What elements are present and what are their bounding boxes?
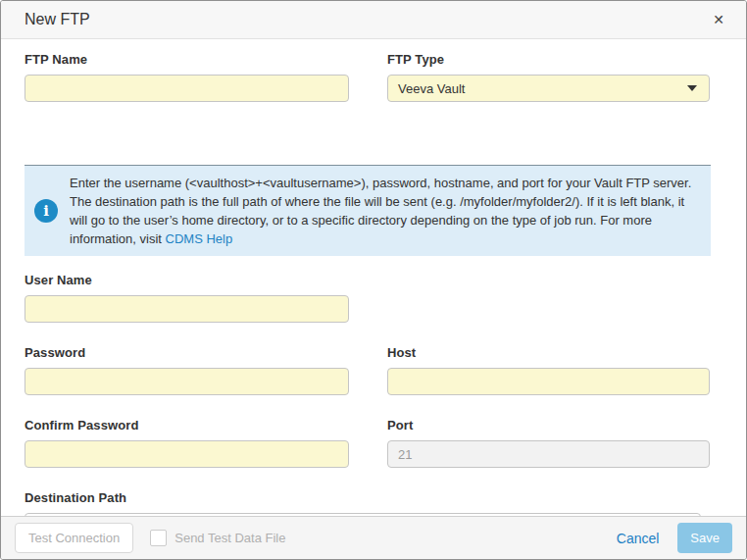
dialog-footer: Test Connection Send Test Data File Canc… [1,516,746,559]
ftp-type-label: FTP Type [387,52,710,67]
dialog-header: New FTP ✕ [1,1,746,39]
destination-path-label: Destination Path [25,490,701,505]
user-name-label: User Name [25,273,349,287]
confirm-password-group: Confirm Password [25,418,349,468]
host-label: Host [387,345,710,360]
port-group: Port [387,418,710,468]
info-icon: i [34,199,58,223]
password-label: Password [25,345,349,360]
cancel-button[interactable]: Cancel [617,531,660,546]
send-test-data-file-option: Send Test Data File [150,530,285,546]
confirm-password-label: Confirm Password [25,418,349,433]
ftp-type-dropdown[interactable]: Veeva Vault [387,75,710,102]
info-banner-text: Enter the username (<vaulthost>+<vaultus… [70,174,695,248]
test-connection-button[interactable]: Test Connection [15,523,133,553]
new-ftp-dialog: New FTP ✕ FTP Name FTP Type Veeva Vault … [0,0,747,560]
user-name-input[interactable] [25,295,349,323]
host-group: Host [387,345,710,395]
dialog-title: New FTP [25,11,707,28]
password-group: Password [25,345,349,395]
user-name-group: User Name [25,273,349,323]
send-test-data-file-checkbox[interactable] [150,530,167,546]
send-test-data-file-label: Send Test Data File [174,531,285,545]
ftp-name-label: FTP Name [25,52,349,67]
host-input[interactable] [387,368,710,395]
cdms-help-link[interactable]: CDMS Help [166,231,233,246]
chevron-down-icon [687,85,697,91]
confirm-password-input[interactable] [25,440,349,468]
ftp-name-group: FTP Name [25,52,349,102]
info-banner: i Enter the username (<vaulthost>+<vault… [25,165,711,256]
port-input [387,440,710,468]
port-label: Port [387,418,710,433]
save-button[interactable]: Save [677,523,732,553]
ftp-name-input[interactable] [25,75,349,102]
ftp-type-group: FTP Type Veeva Vault [387,52,710,102]
ftp-type-selected-value: Veeva Vault [398,81,465,96]
password-input[interactable] [25,368,349,395]
info-banner-message: Enter the username (<vaulthost>+<vaultus… [70,176,691,246]
close-icon[interactable]: ✕ [707,9,730,30]
dialog-body: FTP Name FTP Type Veeva Vault i Enter th… [1,39,746,560]
